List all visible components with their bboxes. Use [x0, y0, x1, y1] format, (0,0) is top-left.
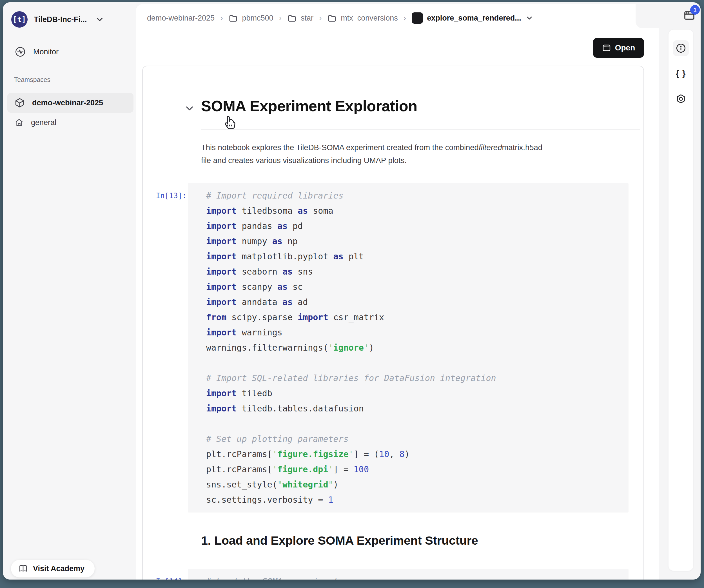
title-divider [201, 129, 640, 130]
sidebar-item-monitor[interactable]: Monitor [10, 43, 129, 61]
breadcrumb-item-demo-webinar-2025[interactable]: demo-webinar-2025 [147, 14, 215, 22]
code-line: import pandas as pd [206, 219, 623, 234]
info-icon [676, 43, 686, 54]
notebook-intro: This notebook explores the TileDB-SOMA e… [201, 141, 635, 167]
cell-input-label: In[13]: [156, 188, 187, 203]
org-switcher[interactable]: [t] TileDB-Inc-Fi... [11, 10, 127, 29]
code-line: # Import required libraries [206, 188, 623, 203]
tiledb-logo-icon: [t] [11, 11, 27, 27]
logo-text: [t] [13, 15, 26, 24]
header-notch [636, 4, 659, 28]
breadcrumb-label: demo-webinar-2025 [147, 14, 215, 22]
code-line: sc.settings.verbosity = 1 [206, 492, 623, 508]
gear-icon [676, 94, 686, 104]
code-line: sns.set_style("whitegrid") [206, 477, 623, 492]
code-line: import tiledb.tables.datafusion [206, 401, 623, 416]
breadcrumb-separator: › [220, 13, 223, 22]
code-line: import tiledbsoma as soma [206, 203, 623, 219]
visit-academy-label: Visit Academy [33, 564, 84, 573]
breadcrumb-separator: › [319, 13, 321, 22]
notification-badge: 1 [690, 5, 700, 15]
monitor-icon [15, 46, 26, 57]
code-cell[interactable]: # Import required librariesimport tiledb… [188, 183, 629, 513]
intro-text: matrix.h5ad [502, 143, 542, 152]
right-rail: 1 { } [659, 2, 701, 580]
code-panel-button[interactable]: { } [673, 66, 689, 81]
collapse-section-icon[interactable] [184, 103, 195, 114]
breadcrumb-label: star [301, 14, 313, 22]
pointer-cursor-icon [223, 116, 236, 130]
code-line: # Set up plotting parameters [206, 431, 623, 447]
code-line: # Import SQL-related libraries for DataF… [206, 370, 623, 386]
breadcrumb-label: explore_soma_rendered... [427, 14, 521, 22]
code-line: import seaborn as sns [206, 264, 623, 279]
code-cell[interactable]: # Load the SOMA experiment [188, 569, 629, 580]
sidebar-item-general[interactable]: general [7, 113, 133, 132]
code-line [206, 416, 623, 431]
code-line: import numpy as np [206, 234, 623, 249]
code-line [206, 355, 623, 370]
teamspaces-list: demo-webinar-2025general [7, 93, 133, 132]
breadcrumb-item-pbmc500[interactable]: pbmc500 [228, 13, 273, 23]
braces-icon: { } [676, 69, 686, 78]
code-line: import tiledb [206, 386, 623, 401]
app-window: [t] TileDB-Inc-Fi... Monitor Teamspaces … [3, 2, 701, 580]
code-line: # Load the SOMA experiment [206, 574, 623, 580]
intro-italic: filtered [479, 143, 502, 152]
intro-text: file and creates various visualizations … [201, 156, 407, 165]
code-line: from scipy.sparse import csr_matrix [206, 310, 623, 325]
section-heading: 1. Load and Explore SOMA Experiment Stru… [201, 534, 478, 547]
sidebar: [t] TileDB-Inc-Fi... Monitor Teamspaces … [3, 2, 136, 580]
cell-input-label: In[14]: [156, 574, 187, 580]
notebook-card: SOMA Experiment Exploration This noteboo… [142, 66, 644, 580]
folder-icon [228, 13, 238, 23]
code-line: import scanpy as sc [206, 279, 623, 295]
code-line: import anndata as ad [206, 295, 623, 310]
chevron-down-icon [525, 14, 534, 22]
visit-academy-button[interactable]: Visit Academy [11, 560, 95, 578]
panel-icon-rail: { } [668, 29, 694, 571]
code-line: plt.rcParams['figure.dpi'] = 100 [206, 462, 623, 477]
breadcrumb-item-star[interactable]: star [287, 13, 313, 23]
folder-icon [287, 13, 297, 23]
code-file-icon [412, 12, 423, 24]
breadcrumb-label: pbmc500 [242, 14, 273, 22]
open-button[interactable]: Open [593, 38, 644, 58]
info-panel-button[interactable] [673, 40, 689, 56]
code-line: warnings.filterwarnings('ignore') [206, 340, 623, 355]
settings-panel-button[interactable] [673, 91, 689, 107]
breadcrumb-separator: › [404, 13, 406, 22]
breadcrumb: demo-webinar-2025›pbmc500›star›mtx_conve… [147, 10, 534, 26]
code-line: import warnings [206, 325, 623, 340]
browser-window-icon [602, 43, 611, 52]
home-icon [14, 117, 24, 128]
chevron-down-icon [95, 15, 105, 24]
intro-text: This notebook explores the TileDB-SOMA e… [201, 143, 479, 152]
folder-icon [327, 13, 337, 23]
teamspaces-section-label: Teamspaces [14, 76, 50, 83]
code-line: plt.rcParams['figure.figsize'] = (10, 8) [206, 447, 623, 462]
open-button-label: Open [615, 43, 635, 52]
notebook-title: SOMA Experiment Exploration [201, 97, 417, 115]
org-name: TileDB-Inc-Fi... [34, 15, 87, 24]
breadcrumb-label: mtx_conversions [341, 14, 398, 22]
teamspace-label: demo-webinar-2025 [32, 99, 103, 107]
sidebar-item-demo-webinar-2025[interactable]: demo-webinar-2025 [7, 93, 133, 113]
breadcrumb-item-mtx-conversions[interactable]: mtx_conversions [327, 13, 398, 23]
book-icon [18, 564, 28, 573]
windows-indicator-button[interactable]: 1 [683, 8, 696, 22]
teamspace-label: general [31, 118, 56, 127]
breadcrumb-item-explore-soma-rendered-[interactable]: explore_soma_rendered... [412, 12, 534, 24]
breadcrumb-separator: › [279, 13, 282, 22]
sidebar-item-label: Monitor [33, 48, 59, 56]
cube-icon [14, 97, 25, 108]
main-panel: demo-webinar-2025›pbmc500›star›mtx_conve… [136, 4, 659, 580]
code-line: import matplotlib.pyplot as plt [206, 249, 623, 264]
